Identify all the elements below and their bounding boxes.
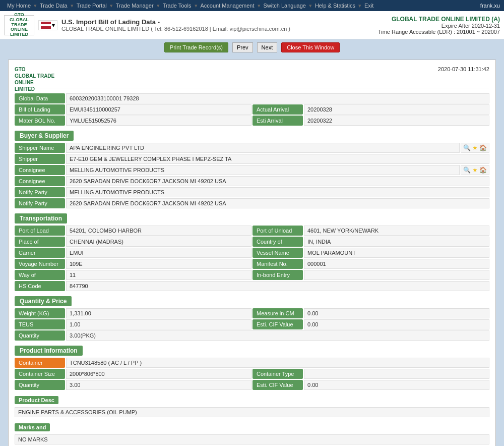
shipper-label: Shipper: [15, 154, 65, 164]
mater-bol-label: Mater BOL No.: [15, 116, 65, 126]
transportation-section: Transportation: [15, 213, 67, 224]
global-data-row: Global Data 60032020033100001 79328: [15, 93, 489, 103]
page-title-area: U.S. Import Bill of Lading Data - GLOBAL…: [61, 18, 290, 32]
teus-label: TEUS: [15, 319, 65, 329]
notify-party-addr-value: 2620 SARADAN DRIVE DOCK6OR7 JACKSON MI 4…: [66, 198, 489, 208]
shipper-value: E7-E10 GEM & JEWELLERY COMPLEX PHASE I M…: [66, 154, 489, 164]
voyage-number-value: 109E: [66, 259, 251, 269]
header-right: GLOBAL TRADE ONLINE LIMITED (A) Expire A…: [378, 16, 500, 35]
port-load-value: 54201, COLOMBO HARBOR: [66, 226, 251, 236]
quantity2-cif2-row: Quantity 3.00 Esti. CIF Value 0.00: [15, 380, 489, 390]
product-desc-section-label: Product Desc: [15, 396, 58, 404]
search-icon[interactable]: 🔍: [463, 144, 471, 151]
nav-accountmanagement[interactable]: Account Management: [198, 0, 258, 11]
carrier-vessel-row: Carrier EMUI Vessel Name MOL PARAMOUNT: [15, 248, 489, 258]
country-of-value: IN, INDIA: [304, 237, 489, 247]
global-data-label: Global Data: [15, 93, 65, 103]
notify-party-addr-row: Notify Party 2620 SARADAN DRIVE DOCK6OR7…: [15, 198, 489, 208]
weight-kg-value: 1,331.00: [66, 308, 251, 318]
measure-cm-label: Measure in CM: [253, 308, 303, 318]
teus-cif-row: TEUS 1.00 Esti. CIF Value 0.00: [15, 319, 489, 329]
nav-tradedata[interactable]: Trade Data: [37, 0, 71, 11]
nav-trademanager[interactable]: Trade Manager: [113, 0, 157, 11]
nav-myhome[interactable]: My Home: [4, 0, 34, 11]
star-icon-consignee[interactable]: ★: [472, 166, 478, 174]
way-of-label: Way of: [15, 270, 65, 280]
hs-code-row: HS Code 847790: [15, 281, 489, 291]
time-range: Time Range Accessible (LDR) : 201001 ~ 2…: [378, 29, 500, 35]
marks-and-row: NO MARKS: [15, 434, 489, 444]
flag-selector[interactable]: ▾: [38, 20, 57, 30]
marks-and-value: NO MARKS: [15, 434, 489, 444]
home-icon[interactable]: 🏠: [479, 144, 487, 151]
port-unload-label: Port of Unload: [253, 226, 303, 236]
print-button-top[interactable]: Print Trade Record(s): [164, 42, 228, 52]
nav-exit[interactable]: Exit: [361, 0, 376, 11]
buyer-supplier-section: Buyer & Supplier: [15, 131, 74, 141]
search-icon-consignee[interactable]: 🔍: [463, 166, 471, 174]
carrier-value: EMUI: [66, 248, 251, 258]
page-header: GTOGLOBAL TRADEONLINE LIMITED ▾ U.S. Imp…: [0, 11, 504, 39]
consignee-row: Consignee MELLING AUTOMOTIVE PRODUCTS 🔍 …: [15, 165, 489, 175]
nav-tradetools[interactable]: Trade Tools: [160, 0, 195, 11]
home-icon-consignee[interactable]: 🏠: [479, 166, 487, 174]
in-bond-entry-label: In-bond Entry: [253, 270, 303, 280]
prev-button-top[interactable]: Prev: [232, 42, 253, 52]
close-button-top[interactable]: Close This Window: [281, 42, 340, 52]
nav-tradeportal[interactable]: Trade Portal: [74, 0, 110, 11]
star-icon[interactable]: ★: [472, 144, 478, 151]
mater-bol-row: Mater BOL No. YMLUE515052576 Esti Arriva…: [15, 116, 489, 126]
port-load-label: Port of Load: [15, 226, 65, 236]
record-logo: GTOGLOBAL TRADE ONLINE LIMITED: [15, 66, 55, 84]
country-of-label: Country of: [253, 237, 303, 247]
consignee-addr-value: 2620 SARADAN DRIVE DOCK6OR7 JACKSON MI 4…: [66, 176, 489, 186]
page-title: U.S. Import Bill of Lading Data -: [61, 18, 290, 26]
mater-bol-value: YMLUE515052576: [66, 116, 251, 126]
esti-arrival-label: Esti Arrival: [253, 116, 303, 126]
container-value: TCNU3148580 ( AC / L / PP ): [66, 358, 489, 368]
in-bond-entry-value: [304, 270, 489, 280]
main-content: GTOGLOBAL TRADE ONLINE LIMITED 2020-07-3…: [0, 55, 504, 446]
carrier-label: Carrier: [15, 248, 65, 258]
manifest-no-value: 000001: [304, 259, 489, 269]
container-type-value: [304, 369, 489, 379]
consignee-addr-row: Consignee 2620 SARADAN DRIVE DOCK6OR7 JA…: [15, 176, 489, 186]
container-size-row: Container Size 2000*806*800 Container Ty…: [15, 369, 489, 379]
place-of-label: Place of: [15, 237, 65, 247]
page-subtitle: GLOBAL TRADE ONLINE LIMITED ( Tel: 86-51…: [61, 26, 290, 32]
username: frank.xu: [480, 3, 500, 9]
actual-arrival-value: 20200328: [304, 104, 489, 115]
nav-switchlanguage[interactable]: Switch Language: [261, 0, 309, 11]
next-button-top[interactable]: Next: [257, 42, 278, 52]
logo-area: GTOGLOBAL TRADEONLINE LIMITED ▾: [4, 15, 57, 35]
consignee-icons: 🔍 ★ 🏠: [461, 165, 489, 175]
shipper-name-row: Shipper Name APA ENGINEERING PVT LTD 🔍 ★…: [15, 143, 489, 153]
product-info-section: Product Information: [15, 346, 83, 356]
hs-code-value: 847790: [66, 281, 489, 291]
company-name: GLOBAL TRADE ONLINE LIMITED (A): [378, 16, 500, 23]
way-of-value: 11: [66, 270, 251, 280]
bol-value: EMUI345110000257: [66, 104, 251, 115]
notify-party-row: Notify Party MELLING AUTOMOTIVE PRODUCTS: [15, 187, 489, 197]
voyage-manifest-row: Voyage Number 109E Manifest No. 000001: [15, 259, 489, 269]
quantity-value: 3.00(PKG): [66, 330, 489, 341]
weight-kg-label: Weight (KG): [15, 308, 65, 318]
quantity2-label: Quantity: [15, 380, 65, 390]
weight-measure-row: Weight (KG) 1,331.00 Measure in CM 0.00: [15, 308, 489, 318]
place-of-value: CHENNAI (MADRAS): [66, 237, 251, 247]
product-desc-value: ENGINE PARTS & ACCESSORIES (OIL PUMP): [15, 407, 489, 417]
shipper-name-icons: 🔍 ★ 🏠: [461, 143, 489, 153]
consignee-label: Consignee: [15, 165, 65, 175]
nav-helpstatistics[interactable]: Help & Statistics: [312, 0, 358, 11]
esti-cif-value: 0.00: [304, 319, 489, 329]
quantity-label: Quantity: [15, 330, 65, 341]
measure-cm-value: 0.00: [304, 308, 489, 318]
company-logo: GTOGLOBAL TRADEONLINE LIMITED: [4, 15, 34, 35]
teus-value: 1.00: [66, 319, 251, 329]
esti-cif2-value: 0.00: [304, 380, 489, 390]
port-unload-value: 4601, NEW YORK/NEWARK: [304, 226, 489, 236]
esti-arrival-value: 20200322: [304, 116, 489, 126]
hs-code-label: HS Code: [15, 281, 65, 291]
wayof-inbond-row: Way of 11 In-bond Entry: [15, 270, 489, 280]
record-timestamp: 2020-07-30 11:31:42: [438, 66, 489, 72]
